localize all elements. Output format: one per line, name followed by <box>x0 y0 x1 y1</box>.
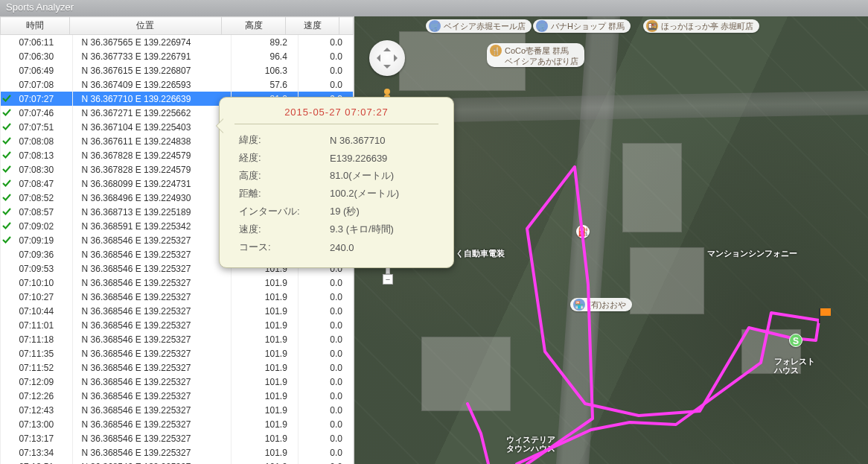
table-row[interactable]: 07:13:17N 36.368546 E 139.225327101.90.0 <box>1 431 354 445</box>
col-header-position[interactable]: 位置 <box>69 17 222 35</box>
cell-position: N 36.368546 E 139.225327 <box>72 417 231 431</box>
cell-position: N 36.367615 E 139.226807 <box>72 63 231 77</box>
table-row[interactable]: 07:06:11N 36.367565 E 139.22697489.20.0 <box>1 35 354 49</box>
table-row[interactable]: 07:13:00N 36.368546 E 139.225327101.90.0 <box>1 417 354 431</box>
cell-position: N 36.368591 E 139.225342 <box>72 219 231 233</box>
cell-speed: 0.0 <box>298 389 353 403</box>
check-icon <box>2 193 11 202</box>
cell-time: 07:07:27 <box>1 92 73 106</box>
label-course: コース: <box>236 239 325 255</box>
cell-time: 07:09:19 <box>1 233 73 247</box>
table-row[interactable]: 07:11:18N 36.368546 E 139.225327101.90.0 <box>1 332 354 346</box>
cell-speed: 0.0 <box>298 77 353 92</box>
poi-hokka[interactable]: 🍱ほっかほっか亭 赤堀町店 <box>643 19 759 33</box>
check-icon <box>2 207 11 216</box>
cell-position: N 36.367271 E 139.225662 <box>72 106 231 120</box>
table-row[interactable]: 07:11:35N 36.368546 E 139.225327101.90.0 <box>1 346 354 360</box>
table-row[interactable]: 07:10:27N 36.368546 E 139.225327101.90.0 <box>1 290 354 304</box>
cell-time: 07:12:43 <box>1 403 73 417</box>
cell-position: N 36.367828 E 139.224579 <box>72 148 231 162</box>
cell-time: 07:07:51 <box>1 120 73 134</box>
bubble-tail-icon <box>209 118 224 133</box>
table-row[interactable]: 07:06:49N 36.367615 E 139.226807106.30.0 <box>1 63 354 77</box>
table-row[interactable]: 07:06:30N 36.367733 E 139.22679196.40.0 <box>1 49 354 63</box>
cell-position: N 36.368546 E 139.225327 <box>72 276 231 290</box>
value-longitude: E139.226639 <box>327 150 402 166</box>
poi-mansion[interactable]: マンションシンフォニー <box>704 247 803 260</box>
cell-time: 07:11:18 <box>1 332 73 346</box>
pan-down-icon[interactable] <box>383 65 391 72</box>
poi-banah[interactable]: 🛒バナHショップ 群馬 <box>533 19 631 33</box>
table-row[interactable]: 07:10:44N 36.368546 E 139.225327101.90.0 <box>1 304 354 318</box>
cell-speed: 0.0 <box>298 276 353 290</box>
table-row[interactable]: 07:12:09N 36.368546 E 139.225327101.90.0 <box>1 375 354 389</box>
col-header-scroll <box>339 17 353 35</box>
poi-wisteria[interactable]: ウィステリアタウンハウス <box>503 433 561 454</box>
col-header-speed[interactable]: 速度 <box>286 17 339 35</box>
cell-position: N 36.367409 E 139.226593 <box>72 77 231 92</box>
pan-up-icon[interactable] <box>383 44 391 51</box>
cell-altitude: 101.9 <box>232 403 299 417</box>
cell-speed: 0.0 <box>298 375 353 389</box>
cell-altitude: 101.9 <box>232 304 299 318</box>
cell-position: N 36.368546 E 139.225327 <box>72 375 231 389</box>
poi-ooya[interactable]: 🏪(有)おおや <box>570 298 632 311</box>
cell-altitude: 89.2 <box>232 35 299 49</box>
cell-position: N 36.368713 E 139.225189 <box>72 205 231 219</box>
table-row[interactable]: 07:10:10N 36.368546 E 139.225327101.90.0 <box>1 276 354 290</box>
pan-right-icon[interactable] <box>394 54 401 62</box>
table-row[interactable]: 07:11:01N 36.368546 E 139.225327101.90.0 <box>1 318 354 332</box>
poi-forest[interactable]: フォレストハウス <box>771 355 821 376</box>
cell-altitude: 101.9 <box>232 346 299 360</box>
cell-altitude: 57.6 <box>232 77 299 92</box>
table-row[interactable]: 07:13:34N 36.368546 E 139.225327101.90.0 <box>1 445 354 460</box>
cell-time: 07:07:46 <box>1 106 73 120</box>
cell-position: N 36.368546 E 139.225327 <box>72 261 231 276</box>
cell-speed: 0.0 <box>298 460 353 464</box>
gas-station-icon[interactable]: ⛽ <box>576 225 590 238</box>
pan-left-icon[interactable] <box>373 54 380 62</box>
table-row[interactable]: 07:07:08N 36.367409 E 139.22659357.60.0 <box>1 77 354 92</box>
cell-time: 07:09:36 <box>1 247 73 261</box>
table-row[interactable]: 07:12:43N 36.368546 E 139.225327101.90.0 <box>1 403 354 417</box>
cell-speed: 0.0 <box>298 346 353 360</box>
cell-position: N 36.368546 E 139.225327 <box>72 460 231 464</box>
cell-altitude: 101.9 <box>232 417 299 431</box>
cell-time: 07:08:13 <box>1 148 73 162</box>
value-interval: 19 (秒) <box>327 203 402 220</box>
map-pan-control[interactable] <box>369 40 405 76</box>
zoom-out-button[interactable]: − <box>383 274 393 285</box>
cell-altitude: 101.9 <box>232 360 299 375</box>
cell-time: 07:10:27 <box>1 290 73 304</box>
cell-time: 07:08:52 <box>1 191 73 205</box>
cell-position: N 36.368546 E 139.225327 <box>72 445 231 460</box>
check-icon <box>2 179 11 188</box>
col-header-time[interactable]: 時間 <box>1 17 70 35</box>
cell-position: N 36.368546 E 139.225327 <box>72 290 231 304</box>
table-row[interactable]: 07:13:51N 36.368546 E 139.225327101.90.0 <box>1 460 354 464</box>
poi-coco[interactable]: 🍴CoCo壱番屋 群馬 ベイシアあかぼり店 <box>487 43 584 67</box>
map-building <box>421 337 511 411</box>
col-header-altitude[interactable]: 高度 <box>222 17 286 35</box>
cell-time: 07:08:08 <box>1 134 73 148</box>
cell-speed: 0.0 <box>298 318 353 332</box>
poi-beisia[interactable]: 🛒ベイシア赤堀モール店 <box>426 19 532 33</box>
cell-position: N 36.367710 E 139.226639 <box>72 92 231 106</box>
value-speed: 9.3 (キロ/時間) <box>327 221 402 238</box>
cell-time: 07:06:11 <box>1 35 73 49</box>
poi-densou[interactable]: く自動車電装 <box>453 247 511 260</box>
cell-time: 07:11:01 <box>1 318 73 332</box>
cell-position: N 36.368546 E 139.225327 <box>72 233 231 247</box>
map-building <box>622 143 682 232</box>
cell-time: 07:13:17 <box>1 431 73 445</box>
window-titlebar: Sports Analyzer <box>0 0 868 16</box>
table-row[interactable]: 07:11:52N 36.368546 E 139.225327101.90.0 <box>1 360 354 375</box>
label-latitude: 緯度: <box>236 132 325 148</box>
cell-altitude: 101.9 <box>232 431 299 445</box>
cell-position: N 36.367611 E 139.224838 <box>72 134 231 148</box>
cell-time: 07:08:57 <box>1 205 73 219</box>
cell-speed: 0.0 <box>298 431 353 445</box>
table-row[interactable]: 07:12:26N 36.368546 E 139.225327101.90.0 <box>1 389 354 403</box>
cell-time: 07:09:53 <box>1 261 73 276</box>
cell-time: 07:11:35 <box>1 346 73 360</box>
